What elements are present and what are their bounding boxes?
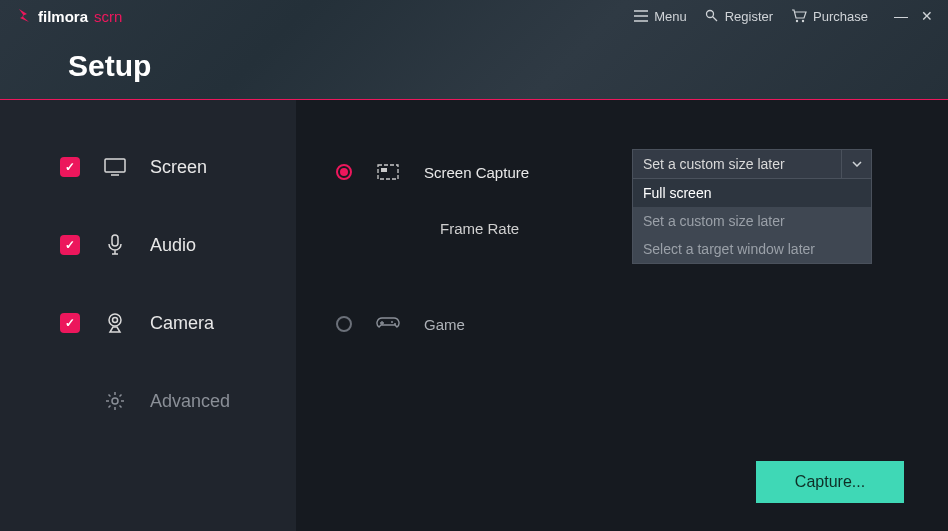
- option-label: Game: [424, 316, 564, 333]
- radio-icon[interactable]: [336, 164, 352, 180]
- hamburger-icon: [634, 10, 648, 22]
- frame-rate-label: Frame Rate: [440, 220, 519, 237]
- screen-region-icon: [376, 164, 400, 180]
- option-game[interactable]: Game: [336, 292, 904, 356]
- svg-rect-9: [381, 168, 387, 172]
- sidebar-item-advanced[interactable]: Advanced: [0, 362, 296, 440]
- checkbox-icon[interactable]: ✓: [60, 157, 80, 177]
- gear-icon: [104, 391, 126, 411]
- sidebar-item-label: Camera: [150, 313, 214, 334]
- svg-point-0: [706, 11, 713, 18]
- close-button[interactable]: ✕: [918, 8, 936, 24]
- cart-icon: [791, 9, 807, 23]
- minimize-button[interactable]: —: [892, 8, 910, 24]
- radio-icon[interactable]: [336, 316, 352, 332]
- svg-point-1: [796, 20, 798, 22]
- purchase-link[interactable]: Purchase: [791, 9, 868, 24]
- svg-rect-3: [105, 159, 125, 172]
- key-icon: [705, 9, 719, 23]
- svg-point-7: [112, 398, 118, 404]
- header: filmorascrn Menu Register Purchase — ✕ S…: [0, 0, 948, 100]
- gamepad-icon: [376, 316, 400, 332]
- sidebar-item-audio[interactable]: ✓ Audio: [0, 206, 296, 284]
- page-title: Setup: [68, 49, 151, 83]
- chevron-down-icon[interactable]: [841, 150, 871, 178]
- checkbox-icon[interactable]: ✓: [60, 235, 80, 255]
- select-value: Set a custom size later: [643, 156, 785, 172]
- svg-point-2: [802, 20, 804, 22]
- capture-size-select[interactable]: Set a custom size later: [632, 149, 872, 179]
- register-link[interactable]: Register: [705, 9, 773, 24]
- app-logo: filmorascrn: [16, 8, 122, 25]
- menu-link[interactable]: Menu: [634, 9, 687, 24]
- sidebar-item-camera[interactable]: ✓ Camera: [0, 284, 296, 362]
- dropdown-item[interactable]: Select a target window later: [633, 235, 871, 263]
- menu-label: Menu: [654, 9, 687, 24]
- microphone-icon: [104, 234, 126, 256]
- sidebar-item-label: Audio: [150, 235, 196, 256]
- monitor-icon: [104, 158, 126, 176]
- topbar: filmorascrn Menu Register Purchase — ✕: [0, 0, 948, 32]
- option-label: Screen Capture: [424, 164, 564, 181]
- content-panel: Screen Capture Frame Rate Game Set a cus…: [296, 100, 948, 531]
- sidebar-item-label: Screen: [150, 157, 207, 178]
- dropdown-item[interactable]: Full screen: [633, 179, 871, 207]
- logo-text-suffix: scrn: [94, 8, 122, 25]
- sidebar-item-label: Advanced: [150, 391, 230, 412]
- register-label: Register: [725, 9, 773, 24]
- checkbox-icon[interactable]: ✓: [60, 313, 80, 333]
- webcam-icon: [104, 312, 126, 334]
- svg-point-5: [109, 314, 121, 326]
- sidebar-item-screen[interactable]: ✓ Screen: [0, 128, 296, 206]
- capture-size-dropdown: Full screen Set a custom size later Sele…: [632, 179, 872, 264]
- sidebar: ✓ Screen ✓ Audio ✓ Camera Advanced: [0, 100, 296, 531]
- svg-point-6: [113, 318, 118, 323]
- svg-point-11: [394, 323, 396, 325]
- logo-text-main: filmora: [38, 8, 88, 25]
- svg-rect-4: [112, 235, 118, 246]
- logo-icon: [16, 8, 32, 24]
- svg-point-10: [391, 321, 393, 323]
- dropdown-item[interactable]: Set a custom size later: [633, 207, 871, 235]
- purchase-label: Purchase: [813, 9, 868, 24]
- capture-button[interactable]: Capture...: [756, 461, 904, 503]
